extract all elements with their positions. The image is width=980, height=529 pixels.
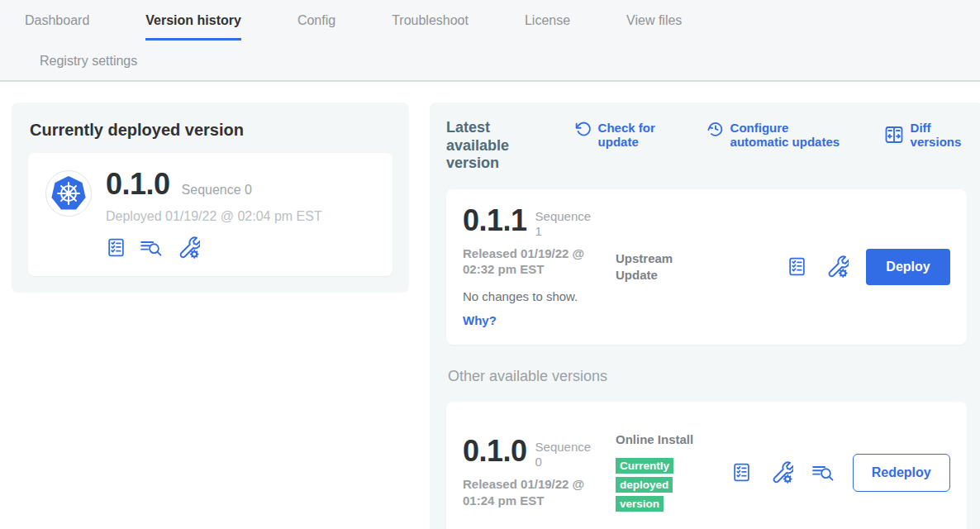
other-version-card: 0.1.0 Sequence 0 Released 01/19/22 @ 01:… bbox=[446, 402, 967, 529]
view-logs-icon[interactable] bbox=[139, 237, 164, 259]
configure-automatic-updates-link[interactable]: Configure automatic updates bbox=[707, 121, 846, 150]
deployed-version-details: 0.1.0 Sequence 0 Deployed 01/19/22 @ 02:… bbox=[106, 169, 322, 260]
tab-registry-settings[interactable]: Registry settings bbox=[40, 54, 137, 68]
preflight-checks-icon[interactable] bbox=[106, 236, 126, 259]
top-navigation: Dashboard Version history Config Trouble… bbox=[0, 0, 980, 82]
version-source: Online Install bbox=[616, 431, 695, 448]
preflight-checks-icon[interactable] bbox=[731, 461, 752, 484]
config-icon[interactable] bbox=[769, 460, 793, 484]
sequence-label: Sequence 1 bbox=[535, 206, 595, 239]
deployed-version-number: 0.1.0 bbox=[106, 169, 170, 199]
main-content: Currently deployed version bbox=[0, 82, 980, 529]
refresh-ccw-icon bbox=[575, 121, 592, 150]
preflight-checks-icon[interactable] bbox=[787, 255, 807, 278]
currently-deployed-badge: Currently deployed version bbox=[616, 458, 673, 512]
version-actions: Check for update Configure automatic upd… bbox=[575, 119, 967, 150]
deployed-sequence-label: Sequence 0 bbox=[182, 183, 252, 198]
deployed-version-card: 0.1.0 Sequence 0 Deployed 01/19/22 @ 02:… bbox=[28, 153, 392, 276]
version-card-actions: Deploy bbox=[787, 249, 949, 285]
latest-available-panel: Latest available version Check for updat… bbox=[430, 102, 980, 529]
version-details: 0.1.1 Sequence 1 Released 01/19/22 @ 02:… bbox=[463, 206, 616, 328]
why-link[interactable]: Why? bbox=[463, 313, 497, 327]
update-schedule-icon bbox=[707, 121, 724, 150]
diff-versions-link[interactable]: Diff versions bbox=[884, 121, 967, 150]
latest-available-title: Latest available version bbox=[446, 119, 557, 173]
version-card-actions: Redeploy bbox=[731, 454, 950, 492]
config-icon[interactable] bbox=[825, 255, 849, 279]
other-versions-title: Other available versions bbox=[448, 368, 967, 385]
deployed-timestamp: Deployed 01/19/22 @ 02:04 pm EST bbox=[106, 209, 322, 224]
redeploy-button[interactable]: Redeploy bbox=[853, 454, 950, 492]
version-number: 0.1.1 bbox=[463, 206, 527, 236]
tab-version-history[interactable]: Version history bbox=[145, 13, 241, 41]
released-timestamp: Released 01/19/22 @ 02:32 pm EST bbox=[463, 245, 605, 278]
tab-troubleshoot[interactable]: Troubleshoot bbox=[392, 13, 469, 41]
released-timestamp: Released 01/19/22 @ 01:24 pm EST bbox=[463, 476, 605, 508]
version-source: Upstream Update bbox=[616, 250, 695, 283]
check-for-update-link[interactable]: Check for update bbox=[575, 121, 669, 150]
currently-deployed-title: Currently deployed version bbox=[30, 121, 392, 140]
tab-dashboard[interactable]: Dashboard bbox=[25, 13, 89, 41]
tab-license[interactable]: License bbox=[525, 13, 570, 41]
sequence-label: Sequence 0 bbox=[535, 436, 595, 469]
config-icon[interactable] bbox=[176, 236, 200, 260]
tab-view-files[interactable]: View files bbox=[626, 13, 682, 41]
primary-tabs: Dashboard Version history Config Trouble… bbox=[0, 13, 980, 41]
version-details: 0.1.0 Sequence 0 Released 01/19/22 @ 01:… bbox=[463, 436, 616, 508]
latest-version-card: 0.1.1 Sequence 1 Released 01/19/22 @ 02:… bbox=[446, 189, 967, 345]
version-source-column: Online Install Currently deployed versio… bbox=[616, 431, 695, 514]
diff-icon bbox=[884, 125, 904, 145]
secondary-tabs: Registry settings bbox=[0, 41, 980, 80]
kubernetes-logo-icon bbox=[45, 169, 93, 221]
view-logs-icon[interactable] bbox=[811, 462, 835, 484]
changes-note: No changes to show. bbox=[463, 289, 616, 303]
version-number: 0.1.0 bbox=[463, 436, 527, 466]
currently-deployed-panel: Currently deployed version bbox=[12, 102, 409, 293]
tab-config[interactable]: Config bbox=[297, 13, 335, 41]
deploy-button[interactable]: Deploy bbox=[866, 249, 949, 285]
